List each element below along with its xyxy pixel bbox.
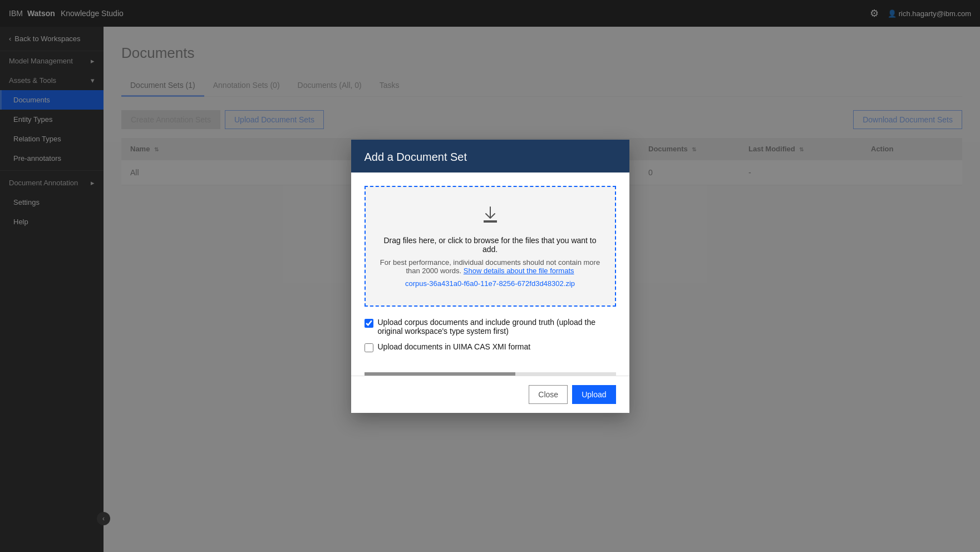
modal-overlay: Add a Document Set Drag files here, or c… [0, 0, 980, 552]
upload-icon [379, 205, 602, 229]
drop-zone[interactable]: Drag files here, or click to browse for … [365, 186, 616, 307]
modal-title: Add a Document Set [365, 151, 616, 164]
drop-zone-perf-text: For best performance, individual documen… [379, 258, 602, 275]
drop-zone-main-text: Drag files here, or click to browse for … [379, 236, 602, 254]
show-file-formats-link[interactable]: Show details about the file formats [464, 267, 574, 275]
checkbox-corpus-row: Upload corpus documents and include grou… [365, 318, 616, 336]
checkbox-uima-row: Upload documents in UIMA CAS XMI format [365, 342, 616, 352]
checkbox-corpus-label: Upload corpus documents and include grou… [378, 318, 616, 336]
modal-header: Add a Document Set [351, 140, 629, 172]
checkbox-uima-label: Upload documents in UIMA CAS XMI format [378, 342, 531, 351]
add-document-set-modal: Add a Document Set Drag files here, or c… [351, 140, 629, 413]
checkbox-corpus[interactable] [365, 319, 373, 328]
modal-body: Drag files here, or click to browse for … [351, 172, 629, 372]
modal-footer: Close Upload [351, 376, 629, 413]
selected-filename: corpus-36a431a0-f6a0-11e7-8256-672fd3d48… [379, 279, 602, 288]
upload-button[interactable]: Upload [572, 385, 615, 404]
checkbox-uima[interactable] [365, 343, 373, 352]
close-button[interactable]: Close [529, 385, 568, 404]
